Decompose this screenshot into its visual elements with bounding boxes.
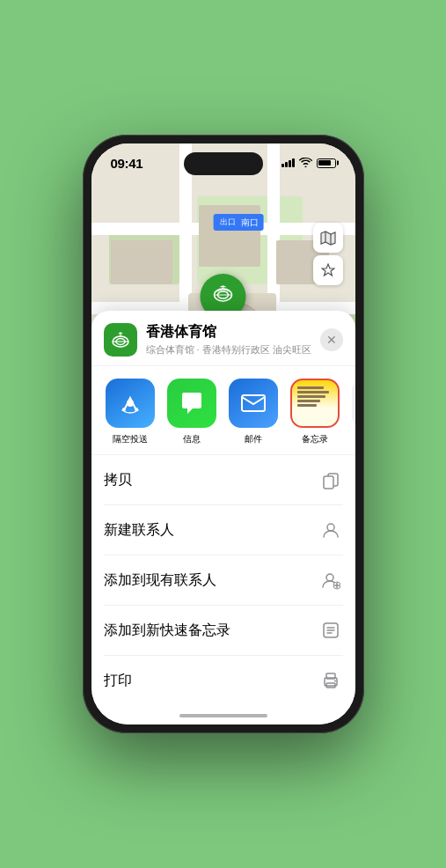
add-existing-label: 添加到现有联系人 xyxy=(104,571,216,590)
print-icon xyxy=(318,668,343,693)
battery-icon xyxy=(317,158,336,168)
close-icon: ✕ xyxy=(326,333,337,347)
svg-rect-28 xyxy=(324,476,333,489)
share-row: 隔空投送 信息 xyxy=(91,366,355,455)
wifi-icon xyxy=(299,157,312,170)
action-copy[interactable]: 拷贝 xyxy=(104,455,343,505)
mail-icon xyxy=(229,379,278,428)
notes-line-4 xyxy=(297,400,320,402)
airdrop-icon xyxy=(106,379,155,428)
venue-icon xyxy=(104,323,137,357)
copy-label: 拷贝 xyxy=(104,471,132,489)
svg-point-41 xyxy=(334,680,336,682)
svg-point-24 xyxy=(122,408,126,411)
share-item-more[interactable]: 拷贝 xyxy=(350,379,355,445)
signal-bars-icon xyxy=(281,158,295,167)
map-controls xyxy=(313,223,343,285)
action-list: 拷贝 新建联系人 xyxy=(91,455,355,705)
south-gate-label: 出口 南口 xyxy=(213,214,263,231)
add-notes-label: 添加到新快速备忘录 xyxy=(104,622,230,640)
venue-description: 综合体育馆 · 香港特别行政区 油尖旺区 xyxy=(146,343,320,357)
phone-frame: 09:41 xyxy=(83,135,364,733)
airdrop-label: 隔空投送 xyxy=(113,433,148,445)
action-add-notes[interactable]: 添加到新快速备忘录 xyxy=(104,606,343,656)
svg-point-29 xyxy=(327,524,334,531)
messages-icon xyxy=(167,379,216,428)
phone-screen: 09:41 xyxy=(91,143,355,725)
action-new-contact[interactable]: 新建联系人 xyxy=(104,505,343,555)
add-notes-icon xyxy=(318,618,343,643)
share-item-notes[interactable]: 备忘录 xyxy=(289,379,341,445)
share-item-mail[interactable]: 邮件 xyxy=(227,379,280,445)
venue-name: 香港体育馆 xyxy=(146,323,320,342)
action-print[interactable]: 打印 xyxy=(104,656,343,705)
bottom-sheet: 香港体育馆 综合体育馆 · 香港特别行政区 油尖旺区 ✕ xyxy=(91,311,355,725)
map-type-button[interactable] xyxy=(313,223,343,253)
messages-label: 信息 xyxy=(183,433,201,445)
new-contact-icon xyxy=(318,518,343,542)
svg-point-30 xyxy=(326,574,333,581)
share-item-messages[interactable]: 信息 xyxy=(165,379,218,445)
svg-point-25 xyxy=(135,408,138,411)
notes-line-2 xyxy=(297,391,329,394)
dynamic-island xyxy=(184,152,263,175)
notes-app-icon xyxy=(290,379,340,428)
close-button[interactable]: ✕ xyxy=(320,328,343,351)
home-indicator-area xyxy=(91,705,355,725)
notes-line-5 xyxy=(297,404,317,407)
venue-header: 香港体育馆 综合体育馆 · 香港特别行政区 油尖旺区 ✕ xyxy=(91,311,355,366)
home-indicator xyxy=(179,714,267,717)
share-item-airdrop[interactable]: 隔空投送 xyxy=(104,379,157,445)
action-add-existing[interactable]: 添加到现有联系人 xyxy=(104,555,343,606)
more-icon xyxy=(352,379,355,428)
notes-line-1 xyxy=(297,386,324,389)
south-gate-text: 南口 xyxy=(241,217,259,229)
mail-label: 邮件 xyxy=(245,433,262,445)
stadium-icon xyxy=(212,283,235,311)
gate-tag: 出口 xyxy=(217,216,238,229)
venue-info: 香港体育馆 综合体育馆 · 香港特别行政区 油尖旺区 xyxy=(146,323,320,357)
status-icons xyxy=(281,157,336,170)
notes-label: 备忘录 xyxy=(302,433,328,445)
print-label: 打印 xyxy=(104,672,132,690)
new-contact-label: 新建联系人 xyxy=(104,521,174,540)
status-time: 09:41 xyxy=(111,156,143,171)
svg-rect-10 xyxy=(111,240,172,284)
copy-icon xyxy=(318,467,343,492)
location-button[interactable] xyxy=(313,255,343,285)
notes-line-3 xyxy=(297,395,325,398)
add-existing-icon xyxy=(318,568,343,592)
